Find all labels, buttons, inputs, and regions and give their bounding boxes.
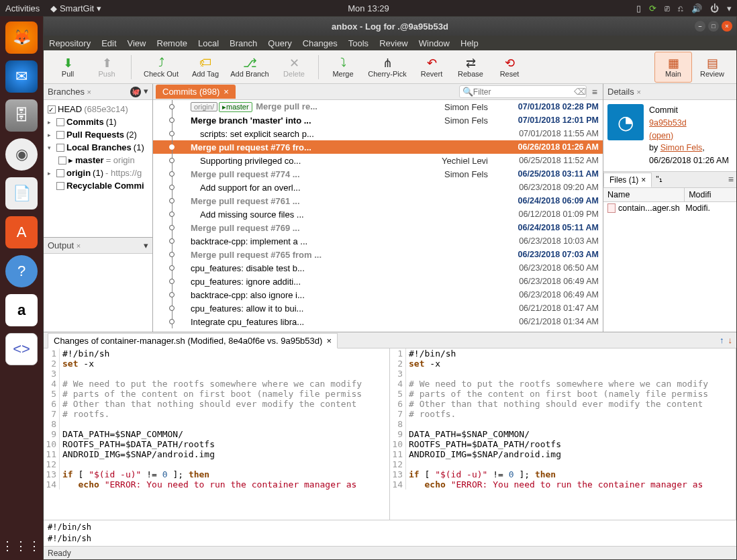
dropdown-icon[interactable]: ▾ [144, 86, 148, 96]
revert-button[interactable]: ↶Revert [413, 52, 450, 83]
menu-tools[interactable]: Tools [348, 38, 368, 48]
menu-repository[interactable]: Repository [49, 38, 91, 48]
help-icon[interactable]: ? [5, 255, 38, 287]
diff-right-pane[interactable]: 1#!/bin/sh2set -x34# We need to put the … [390, 348, 736, 520]
menu-icon[interactable]: ≡ [589, 87, 600, 97]
delete-button[interactable]: ✕Delete [275, 52, 313, 83]
commit-row[interactable]: cpu_features: disable test b...06/23/201… [153, 261, 603, 275]
merge-button[interactable]: ⤵Merge [324, 52, 362, 83]
branch-master[interactable]: ▸ master = origin [45, 154, 151, 167]
checkout-button[interactable]: ⤴Check Out [137, 52, 185, 83]
clear-icon[interactable]: ⌫ [574, 87, 586, 97]
col-modified[interactable]: Modifi [685, 188, 736, 201]
branch-commits[interactable]: ▸ Commits (1) [45, 115, 151, 128]
commit-hash-link[interactable]: 9a95b53d [649, 118, 687, 128]
author-link[interactable]: Simon Fels [660, 143, 703, 152]
commit-row[interactable]: backtrace-cpp: also ignore i...06/23/201… [153, 288, 603, 301]
review-view-button[interactable]: ▤Review [693, 52, 731, 83]
show-apps-icon[interactable]: ⋮⋮⋮ [1, 539, 42, 553]
close-icon[interactable]: × [224, 87, 229, 97]
commit-row[interactable]: Merge pull request #776 fro...06/26/2018… [153, 140, 603, 154]
branches-tree[interactable]: HEAD (685e3c14) ▸ Commits (1) ▸ Pull Req… [44, 100, 152, 237]
close-icon[interactable]: × [636, 88, 640, 96]
menu-changes[interactable]: Changes [303, 38, 338, 48]
menu-window[interactable]: Window [419, 38, 450, 48]
reset-button[interactable]: ⟲Reset [491, 52, 528, 83]
commit-row[interactable]: cpu_features: ignore additi...06/23/2018… [153, 275, 603, 288]
open-link[interactable]: (open) [649, 131, 673, 140]
commit-row[interactable]: Merge pull request #774 ...Simon Fels06/… [153, 167, 603, 181]
smartgit-icon[interactable]: <> [5, 333, 38, 365]
commits-list[interactable]: origin/▸master Merge pull re...Simon Fel… [153, 100, 603, 332]
github-icon[interactable]: 🐙 [130, 87, 141, 97]
close-button[interactable]: × [722, 21, 732, 32]
branch-head[interactable]: HEAD (685e3c14) [45, 103, 151, 115]
push-button[interactable]: ⬆Push [88, 52, 126, 83]
firefox-icon[interactable]: 🦊 [5, 21, 38, 54]
merge-icon: ⤵ [340, 56, 346, 70]
close-icon[interactable]: × [77, 242, 81, 250]
commits-tab[interactable]: Commits (898)× [156, 85, 236, 99]
menu-query[interactable]: Query [268, 38, 291, 48]
close-icon[interactable]: × [326, 336, 332, 346]
libreoffice-writer-icon[interactable]: 📄 [5, 177, 38, 209]
commit-row[interactable]: Integrate cpu_features libra...06/21/201… [153, 315, 603, 328]
close-icon[interactable]: × [641, 175, 646, 185]
menu-local[interactable]: Local [198, 38, 219, 48]
rhythmbox-icon[interactable]: ◉ [5, 138, 38, 171]
diff-left-pane[interactable]: 1#!/bin/sh2set -x34# We need to put the … [44, 348, 390, 520]
close-icon[interactable]: × [87, 88, 91, 96]
main-view-button[interactable]: ▦Main [654, 52, 692, 83]
amazon-icon[interactable]: a [5, 294, 38, 326]
addbranch-button[interactable]: ⎇Add Branch [226, 52, 274, 83]
maximize-button[interactable]: □ [708, 21, 719, 32]
topbar-app-indicator[interactable]: SmartGit ▾ [50, 3, 101, 13]
cherrypick-button[interactable]: ⋔Cherry-Pick [363, 52, 411, 83]
topbar-clock[interactable]: Mon 13:29 [348, 3, 389, 13]
file-row[interactable]: contain...ager.sh Modifi. [603, 202, 736, 214]
pull-button[interactable]: ⬇Pull [49, 52, 87, 83]
menu-remote[interactable]: Remote [157, 38, 188, 48]
menu-help[interactable]: Help [460, 38, 479, 48]
menu-branch[interactable]: Branch [230, 38, 257, 48]
menu-review[interactable]: Review [379, 38, 408, 48]
commit-row[interactable]: Supporting privileged co...Yechiel Levi0… [153, 154, 603, 167]
files-alt-tab[interactable]: "₁ [652, 173, 666, 186]
filter-box[interactable]: 🔍 ⌫ [459, 85, 587, 98]
thunderbird-icon[interactable]: ✉ [5, 60, 38, 93]
commit-row[interactable]: origin/▸master Merge pull re...Simon Fel… [153, 100, 603, 113]
delete-icon: ✕ [289, 56, 299, 70]
addtag-button[interactable]: 🏷Add Tag [187, 52, 224, 83]
branch-local[interactable]: ▾ Local Branches (1) [45, 141, 151, 154]
minimize-button[interactable]: – [695, 21, 705, 32]
rebase-button[interactable]: ⇄Rebase [452, 52, 489, 83]
files-table[interactable]: Name Modifi contain...ager.sh Modifi. [603, 188, 736, 332]
prev-change-icon[interactable]: ↑ [720, 335, 724, 345]
commit-row[interactable]: backtrace-cpp: implement a ...06/23/2018… [153, 234, 603, 248]
menu-icon[interactable]: ≡ [726, 174, 736, 185]
col-name[interactable]: Name [603, 188, 685, 201]
software-center-icon[interactable]: A [5, 216, 38, 248]
activities-button[interactable]: Activities [5, 3, 40, 13]
commit-row[interactable]: Merge pull request #765 from ...06/23/20… [153, 248, 603, 261]
commit-row[interactable]: Merge pull request #761 ...06/24/2018 06… [153, 194, 603, 207]
commit-row[interactable]: Merge branch 'master' into ...Simon Fels… [153, 113, 603, 127]
commit-row[interactable]: Merge pull request #769 ...06/24/2018 05… [153, 221, 603, 234]
commit-row[interactable]: scripts: set explicit search p...07/01/2… [153, 127, 603, 140]
commit-row[interactable]: cpu_features: allow it to bui...06/21/20… [153, 301, 603, 315]
left-panel: Branches × 🐙 ▾ HEAD (685e3c14) ▸ Commits… [44, 84, 153, 332]
dropdown-icon[interactable]: ▾ [144, 240, 148, 250]
files-tab[interactable]: Files (1) × [603, 173, 652, 187]
menu-edit[interactable]: Edit [101, 38, 116, 48]
filter-input[interactable] [473, 87, 574, 97]
commit-row[interactable]: Add missing source files ...06/12/2018 0… [153, 207, 603, 221]
branch-recyclable[interactable]: Recyclable Commi [45, 179, 151, 192]
system-tray[interactable]: ▯ ⟳ ⎚ ⎌ 🔊 ⏻ ▾ [636, 3, 732, 13]
files-icon[interactable]: 🗄 [5, 99, 38, 132]
menu-view[interactable]: View [128, 38, 146, 48]
branch-prs[interactable]: ▸ Pull Requests (2) [45, 128, 151, 141]
next-change-icon[interactable]: ↓ [728, 335, 733, 345]
changes-tab[interactable]: Changes of container-manager.sh (Modifie… [48, 333, 338, 348]
commit-row[interactable]: Add support for an overl...06/23/2018 09… [153, 181, 603, 194]
branch-origin[interactable]: ▸ origin (1) - https://g [45, 167, 151, 179]
